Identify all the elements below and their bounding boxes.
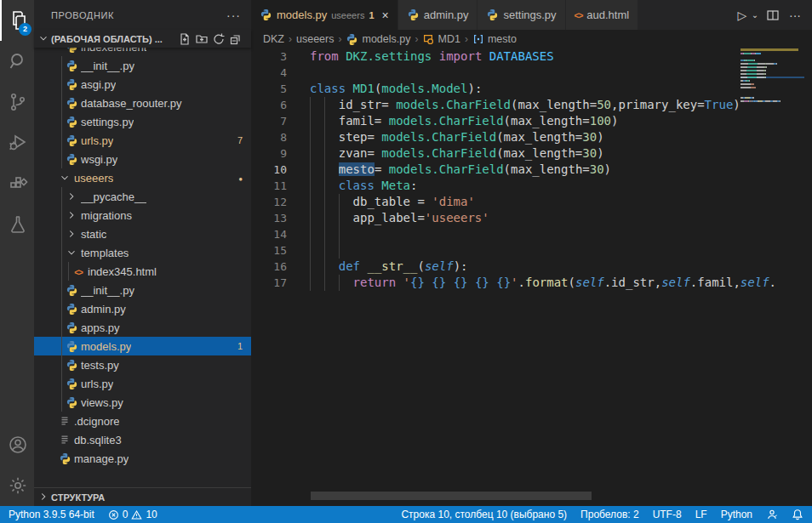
python-file-icon [66,396,78,409]
tree-item-indexelement[interactable]: indexelement [34,48,251,56]
tree-item-views.py[interactable]: views.py [34,393,251,412]
split-editor-icon[interactable] [763,5,783,26]
breadcrumb: DKZ›useeers›models.py›MD1›mesto [251,30,812,48]
python-file-icon [66,78,78,91]
breadcrumb-MD1[interactable]: MD1 [422,33,460,45]
views-and-more-actions-icon[interactable]: ··· [226,9,241,22]
python-file-icon [260,9,272,21]
run-dropdown-icon[interactable]: ⌄ [749,5,761,26]
tree-item-useeers[interactable]: useeers● [34,168,251,187]
warning-icon [131,509,142,520]
activity-item-run-and-debug[interactable] [0,122,34,163]
tree-item-tests.py[interactable]: tests.py [34,355,251,374]
git-decoration-badge: 7 [237,135,243,145]
tree-item-asgi.py[interactable]: asgi.py [34,75,251,94]
indent-guide [324,226,325,242]
indent-guide [339,210,340,226]
status-notifications[interactable] [792,509,803,520]
indent-guide [324,162,325,178]
tree-item-static[interactable]: static [34,225,251,243]
tree-item-database-roouter.py[interactable]: database_roouter.py [34,94,251,112]
code-line-15: 15 [251,242,812,259]
line-number: 9 [251,145,287,162]
python-file-icon [66,134,78,147]
tree-item-db.sqlite3[interactable]: db.sqlite3 [34,430,251,449]
indent-guide [61,56,62,168]
activity-item-explorer[interactable]: 2 [0,0,34,41]
horizontal-scrollbar[interactable] [311,492,592,500]
status-indentation[interactable]: Пробелов: 2 [580,509,639,520]
status-python-interpreter[interactable]: Python 3.9.5 64-bit [9,509,94,520]
indent-guide [324,194,325,210]
status-problems[interactable]: 010 [108,509,157,520]
collapse-all-icon[interactable] [227,31,244,48]
tree-item-migrations[interactable]: migrations [34,206,251,225]
tab-models.py[interactable]: models.pyuseeers1× [251,0,398,30]
line-number: 14 [251,226,287,242]
status-feedback[interactable] [766,509,778,520]
tree-item-settings.py[interactable]: settings.py [34,112,251,131]
code-line-17: 17 return '{} {} {} {} {}'.format(self.i… [251,275,812,291]
activity-item-accounts[interactable] [0,424,34,465]
tree-item-index345.html[interactable]: <>index345.html [34,262,251,281]
code-line-5: 5class MD1(models.Model): [251,81,812,97]
new-folder-icon[interactable] [193,31,210,48]
activity-item-settings[interactable] [0,465,34,506]
indent-guide [324,145,325,162]
activity-bar: 2 [0,0,34,506]
new-file-icon[interactable] [176,31,193,48]
indent-guide [61,187,62,412]
tree-item-templates[interactable]: templates [34,243,251,262]
more-actions-icon[interactable]: ··· [785,5,805,26]
activity-item-testing[interactable] [0,204,34,245]
close-icon[interactable]: × [382,9,389,22]
chevron-down-icon [59,172,71,184]
indent-guide [310,210,311,226]
code-editor[interactable]: 3from DKZ.settings import DATABASES45cla… [251,48,812,506]
tree-item-manage.py[interactable]: manage.py [34,449,251,468]
breadcrumb-useeers[interactable]: useeers [296,33,334,45]
tree-item--pycache-[interactable]: __pycache__ [34,187,251,206]
tree-item-.dcignore[interactable]: .dcignore [34,412,251,430]
breadcrumb-models.py[interactable]: models.py [346,33,410,46]
status-encoding[interactable]: UTF-8 [653,509,682,520]
git-decoration-badge: ● [238,173,243,183]
line-number: 3 [251,48,287,65]
line-number: 13 [251,210,287,226]
status-eol[interactable]: LF [695,509,707,520]
tree-item--init-.py[interactable]: __init__.py [34,56,251,75]
activity-item-extensions[interactable] [0,163,34,204]
tree-item--init-.py[interactable]: __init__.py [34,281,251,299]
code-line-7: 7 famil= models.CharField(max_length=100… [251,113,812,129]
tree-item-urls.py[interactable]: urls.py [34,374,251,393]
code-line-11: 11 class Meta: [251,178,812,194]
tree-item-wsgi.py[interactable]: wsgi.py [34,150,251,168]
python-file-icon [66,321,78,334]
tab-settings.py[interactable]: settings.py [477,0,565,30]
indent-guide [310,162,311,178]
code-line-10: 10 mesto= models.CharField(max_length=30… [251,162,812,178]
symbol-class-icon [422,33,434,45]
breadcrumb-mesto[interactable]: mesto [472,33,517,45]
breadcrumb-DKZ[interactable]: DKZ [263,33,284,45]
line-number: 6 [251,97,287,113]
indent-guide [324,97,325,113]
notifications-icon [792,509,803,520]
tab-aud.html[interactable]: <>aud.html [566,0,639,30]
tab-admin.py[interactable]: admin.py [398,0,478,30]
activity-item-search[interactable] [0,41,34,82]
tree-item-apps.py[interactable]: apps.py [34,318,251,337]
status-language-mode[interactable]: Python [721,509,752,520]
tree-item-urls.py[interactable]: urls.py7 [34,131,251,150]
status-cursor-position[interactable]: Строка 10, столбец 10 (выбрано 5) [401,509,567,520]
minimap-top-line [741,48,798,51]
outline-section-header[interactable]: СТРУКТУРА [34,487,251,506]
minimap[interactable] [741,48,804,104]
tree-item-admin.py[interactable]: admin.py [34,299,251,318]
chevron-down-icon [37,32,49,46]
refresh-icon[interactable] [210,31,227,48]
python-file-icon [407,9,420,21]
workspace-section-header[interactable]: (РАБОЧАЯ ОБЛАСТЬ) ... [34,30,251,48]
activity-item-source-control[interactable] [0,82,34,122]
tree-item-models.py[interactable]: models.py1 [34,337,251,355]
